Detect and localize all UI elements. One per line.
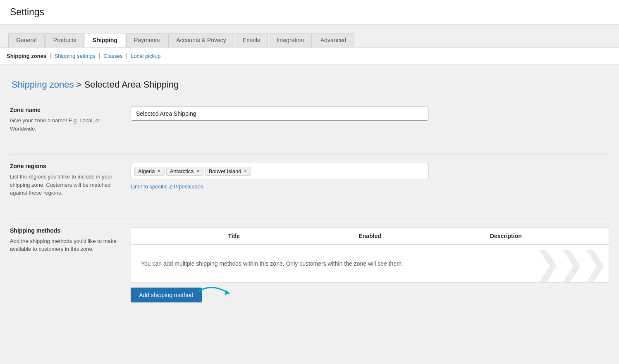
table-header-enabled: Enabled [337,228,403,244]
zip-postcodes-link[interactable]: Limit to specific ZIP/postcodes [131,183,203,190]
inner-content: Shipping zones > Selected Area Shipping … [0,73,619,340]
table-header-description: Description [403,228,609,244]
submenu-shipping-settings[interactable]: Shipping settings [55,53,96,59]
submenu-classes[interactable]: Classes [103,53,122,59]
tag-bouvet-island: Bouvet Island × [205,167,251,176]
tag-bouvet-island-remove[interactable]: × [244,168,247,174]
add-button-row: Add shipping method [131,283,609,302]
zone-name-section: Zone name Give your zone a name! E.g. Lo… [10,98,609,141]
tab-products[interactable]: Products [45,33,84,47]
zone-name-heading: Zone name [10,107,117,113]
tab-integration[interactable]: Integration [269,33,312,47]
page-title: Settings [10,7,609,18]
shipping-methods-label-area: Shipping methods Add the shipping method… [10,227,117,302]
shipping-methods-description: Add the shipping methods you'd like to m… [10,237,117,253]
tab-general[interactable]: General [8,33,45,47]
tabs-wrapper: General Products Shipping Payments Accou… [0,25,619,48]
tag-algeria-label: Algeria [138,168,155,174]
zone-regions-heading: Zone regions [10,163,117,169]
zone-regions-description: List the regions you'd like to include i… [10,173,117,197]
arrow-indicator-svg [195,281,244,302]
zone-regions-label-area: Zone regions List the regions you'd like… [10,163,117,197]
shipping-methods-heading: Shipping methods [10,227,117,234]
tab-advanced[interactable]: Advanced [313,33,354,47]
tag-algeria-remove[interactable]: × [157,168,160,174]
zone-name-input[interactable] [131,107,428,121]
tab-payments[interactable]: Payments [126,33,167,47]
zone-regions-tags-input[interactable]: Algeria × Antarctica × Bouvet Island × [131,163,428,179]
zone-name-content [131,107,609,133]
table-empty-message: You can add multiple shipping methods wi… [131,248,609,279]
shipping-methods-content: Title Enabled Description You can add mu… [131,227,609,302]
submenu-sep-1: | [50,52,51,59]
page-header: Settings [0,0,619,25]
add-shipping-method-button[interactable]: Add shipping method [131,288,202,302]
breadcrumb-current: Selected Area Shipping [84,79,179,90]
breadcrumb: Shipping zones > Selected Area Shipping [10,73,609,98]
tag-antarctica: Antarctica × [166,167,203,176]
zone-name-description: Give your zone a name! E.g. Local, or Wo… [10,117,117,133]
tabs-list: General Products Shipping Payments Accou… [8,33,619,47]
tag-algeria: Algeria × [134,167,165,176]
submenu-bar: Shipping zones | Shipping settings | Cla… [0,48,619,64]
submenu-shipping-zones[interactable]: Shipping zones [7,53,46,59]
shipping-methods-section: Shipping methods Add the shipping method… [10,219,609,311]
tag-antarctica-label: Antarctica [170,168,194,174]
table-header-title: Title [131,228,337,244]
table-body: You can add multiple shipping methods wi… [131,245,609,282]
zone-regions-section: Zone regions List the regions you'd like… [10,155,609,205]
tag-bouvet-island-label: Bouvet Island [209,168,241,174]
submenu-sep-2: | [99,52,100,59]
breadcrumb-separator: > [76,79,84,90]
table-header-row: Title Enabled Description [131,228,609,245]
zone-name-label-area: Zone name Give your zone a name! E.g. Lo… [10,107,117,133]
tab-accounts-privacy[interactable]: Accounts & Privacy [168,33,234,47]
tab-shipping[interactable]: Shipping [85,33,125,47]
zone-regions-content: Algeria × Antarctica × Bouvet Island × L… [131,163,609,197]
content-wrapper: Shipping zones | Shipping settings | Cla… [0,48,619,364]
tag-antarctica-remove[interactable]: × [196,168,199,174]
submenu-local-pickup[interactable]: Local pickup [131,53,160,59]
breadcrumb-parent-link[interactable]: Shipping zones [12,79,74,90]
shipping-methods-table: Title Enabled Description You can add mu… [131,227,609,283]
tab-emails[interactable]: Emails [235,33,268,47]
submenu-sep-3: | [126,52,128,59]
